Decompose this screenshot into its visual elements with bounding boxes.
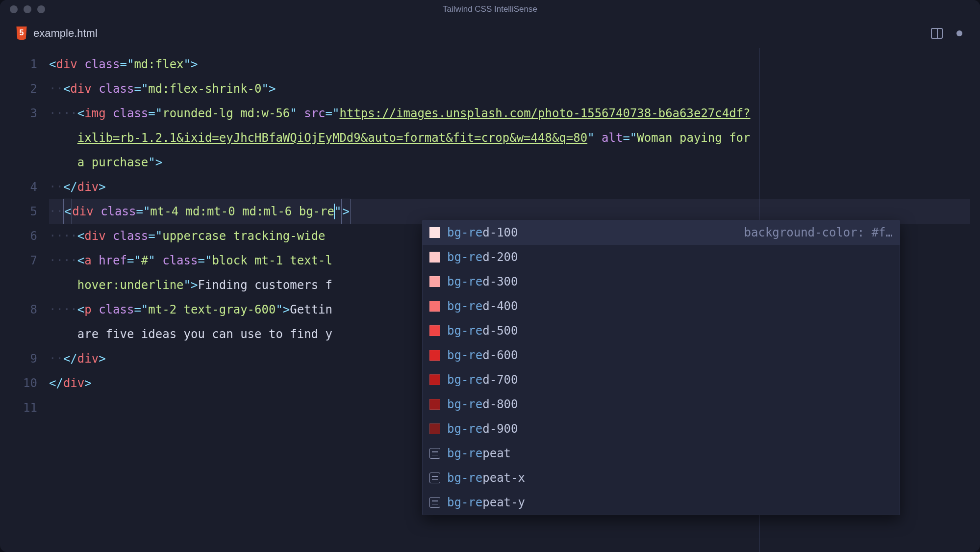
line-number: 2 [0,77,37,101]
line-number [0,150,37,175]
autocomplete-label: bg-repeat-y [447,496,525,509]
autocomplete-item[interactable]: bg-repeat [423,441,900,466]
line-number: 11 [0,395,37,420]
line-number: 9 [0,346,37,371]
line-number: 7 [0,248,37,273]
minimize-window-button[interactable] [24,5,31,13]
autocomplete-label: bg-repeat [447,447,511,460]
code-line[interactable]: ····<img class="rounded-lg md:w-56" src=… [49,101,970,126]
autocomplete-label: bg-red-900 [447,422,518,436]
autocomplete-item[interactable]: bg-repeat-x [423,466,900,490]
autocomplete-label: bg-red-600 [447,348,518,362]
color-swatch-icon [429,252,440,263]
line-number [0,126,37,150]
keyword-icon [429,448,440,459]
code-line[interactable]: ··</div> [49,175,970,199]
autocomplete-item[interactable]: bg-red-200 [423,245,900,269]
autocomplete-label: bg-red-200 [447,250,518,264]
tab-actions [931,28,972,39]
tabbar: example.html [0,19,980,48]
window-title: Tailwind CSS IntelliSense [443,4,537,14]
line-number: 3 [0,101,37,126]
titlebar: Tailwind CSS IntelliSense [0,0,980,19]
line-number [0,273,37,297]
line-number: 8 [0,297,37,322]
autocomplete-item[interactable]: bg-repeat-y [423,490,900,515]
code-line[interactable]: <div class="md:flex"> [49,52,970,77]
keyword-icon [429,473,440,483]
file-tab[interactable]: example.html [8,23,105,44]
color-swatch-icon [429,325,440,336]
color-swatch-icon [429,276,440,287]
autocomplete-label: bg-red-100 [447,226,518,239]
autocomplete-item[interactable]: bg-red-700 [423,368,900,392]
autocomplete-item[interactable]: bg-red-600 [423,343,900,368]
autocomplete-item[interactable]: bg-red-400 [423,294,900,318]
code-line[interactable]: ixlib=rb-1.2.1&ixid=eyJhcHBfaWQiOjEyMDd9… [49,126,970,150]
code-line[interactable]: ··<div class="md:flex-shrink-0"> [49,77,970,101]
autocomplete-label: bg-repeat-x [447,471,525,485]
line-number [0,322,37,346]
code-line[interactable]: a purchase"> [49,150,970,175]
autocomplete-item[interactable]: bg-red-100background-color: #f… [423,220,900,245]
line-number: 10 [0,371,37,395]
split-editor-icon[interactable] [931,28,943,39]
autocomplete-item[interactable]: bg-red-900 [423,417,900,441]
keyword-icon [429,497,440,508]
autocomplete-label: bg-red-500 [447,324,518,338]
color-swatch-icon [429,423,440,434]
editor-area[interactable]: 1 2 3 4 5 6 7 8 9 10 11 <div class="md:f… [0,48,980,552]
autocomplete-detail: background-color: #f… [744,226,893,239]
autocomplete-item[interactable]: bg-red-500 [423,318,900,343]
line-number: 5 [0,199,37,224]
autocomplete-label: bg-red-800 [447,397,518,411]
autocomplete-label: bg-red-700 [447,373,518,387]
line-number: 4 [0,175,37,199]
color-swatch-icon [429,399,440,410]
color-swatch-icon [429,301,440,312]
more-actions-icon[interactable] [956,30,962,36]
line-number-gutter: 1 2 3 4 5 6 7 8 9 10 11 [0,52,49,552]
color-swatch-icon [429,374,440,385]
file-tab-label: example.html [33,27,98,40]
autocomplete-label: bg-red-400 [447,299,518,313]
line-number: 1 [0,52,37,77]
line-number: 6 [0,224,37,248]
autocomplete-label: bg-red-300 [447,275,518,289]
autocomplete-item[interactable]: bg-red-300 [423,269,900,294]
editor-window: Tailwind CSS IntelliSense example.html 1… [0,0,980,552]
autocomplete-popup[interactable]: bg-red-100background-color: #f…bg-red-20… [422,220,900,515]
autocomplete-item[interactable]: bg-red-800 [423,392,900,417]
window-controls [10,5,45,13]
color-swatch-icon [429,350,440,361]
maximize-window-button[interactable] [37,5,45,13]
close-window-button[interactable] [10,5,18,13]
html-file-icon [16,26,27,40]
color-swatch-icon [429,227,440,238]
